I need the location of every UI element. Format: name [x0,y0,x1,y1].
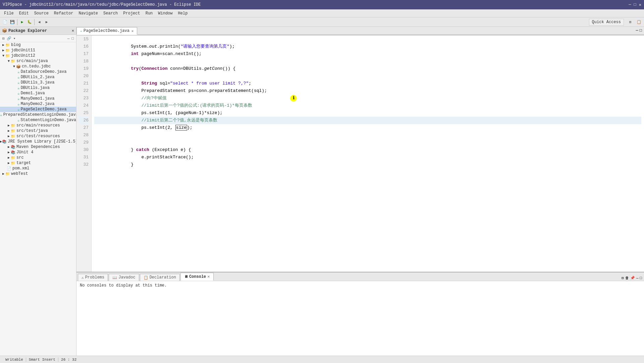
bottom-toolbar-right: ⊟ 🗑 📌 — □ [621,275,643,281]
menu-refactor[interactable]: Refactor [51,10,76,16]
tree-item-src[interactable]: ▶ 📁 src [0,155,76,160]
editor-tab-pageselectdemo[interactable]: ☕ PageSelectDemo.java ✕ [76,27,137,35]
toolbar-new[interactable]: 📄 [2,19,8,25]
collapse-all-btn[interactable]: ⊟ [1,36,6,41]
folder-icon-test: 📁 [11,129,15,133]
menu-bar: File Edit Source Refactor Navigate Searc… [0,9,644,17]
javadoc-icon: 📖 [112,275,117,280]
toolbar-perspective-2[interactable]: 📋 [636,19,642,25]
menu-navigate[interactable]: Navigate [76,10,101,16]
tree-item-src-main-java[interactable]: ▼ 📁 src/main/java [0,58,76,64]
tree-item-dbutils[interactable]: ☕ DBUtils.java [0,85,76,91]
minimize-btn[interactable]: ─ [629,2,631,7]
toolbar-sep-2 [34,19,35,25]
tab-problems[interactable]: ⚠ Problems [78,274,108,281]
toolbar-forward[interactable]: ▶ [43,19,50,25]
tree-item-demo1[interactable]: ☕ Demo1.java [0,91,76,96]
folder-icon-webtest: 📁 [5,172,10,176]
panel-menu-btn[interactable]: ▾ [12,36,17,41]
java-icon-manydemo2: ☕ [17,102,20,106]
menu-edit[interactable]: Edit [16,10,32,16]
tab-console[interactable]: 🖥 Console ✕ [180,273,214,281]
title-bar: VIPSpace - jdbcUnit12/src/main/java/cn/t… [0,0,644,9]
menu-project[interactable]: Project [120,10,143,16]
boxed-size: size [175,125,187,131]
line-num-28: 28 [79,132,89,139]
tree-item-datasource[interactable]: ☕ DataSourceDemo.java [0,69,76,74]
maximize-editor-btn[interactable]: □ [639,28,643,34]
maximize-btn[interactable]: □ [634,2,636,7]
tree-item-preparedstmt[interactable]: ☕ PreparedStatementLoginDemo.java [0,112,76,117]
line-num-32: 32 [79,161,89,168]
minimize-panel-btn[interactable]: — [66,36,71,41]
bottom-tabs: ⚠ Problems 📖 Javadoc 📋 Declaration 🖥 Con… [76,272,644,281]
toolbar-sep-1 [17,19,17,25]
folder-icon-jdbcunit11: 📁 [5,48,10,53]
console-copy-btn[interactable]: ⊟ [622,276,624,280]
tree-item-dbutils2[interactable]: ☕ DBUtils_2.java [0,74,76,80]
tree-item-pomxml[interactable]: 📄 pom.xml [0,166,76,171]
tab-javadoc[interactable]: 📖 Javadoc [109,274,139,281]
toolbar-run[interactable]: ▶ [19,19,25,25]
menu-source[interactable]: Source [32,10,51,16]
tree-item-src-main-resources[interactable]: ▶ 📁 src/main/resources [0,123,76,128]
console-minimize-btn[interactable]: — [636,276,639,280]
console-pin-btn[interactable]: 📌 [630,276,635,280]
tree-item-webtest[interactable]: ▶ 📁 webTest [0,171,76,176]
line-numbers: 15 16 17 18 19 20 21 22 23 24 25 26 27 2… [76,36,92,272]
close-btn[interactable]: ✕ [639,2,641,7]
package-explorer-close[interactable]: ✕ [72,28,74,33]
menu-window[interactable]: Window [155,10,175,16]
tree-label-stmtlogin: StatementLoginDemo.java [20,118,76,122]
toolbar-perspective-1[interactable]: ⊞ [627,19,634,25]
tree-item-pageselectdemo[interactable]: ☕ PageSelectDemo.java [0,107,76,112]
tree-item-maven[interactable]: ▶ 📚 Maven Dependencies [0,144,76,150]
editor-area: ☕ PageSelectDemo.java ✕ — □ 15 16 17 18 … [76,27,644,356]
status-position: 26 : 32 [58,358,79,362]
tree-label-src: src/main/java [16,59,48,63]
menu-run[interactable]: Run [143,10,156,16]
code-editor[interactable]: 15 16 17 18 19 20 21 22 23 24 25 26 27 2… [76,36,644,272]
line-num-25: 25 [79,109,89,117]
link-with-editor-btn[interactable]: 🔗 [6,36,12,41]
tree-item-jdbcunit11[interactable]: ▶ 📁 jdbcUnit11 [0,48,76,53]
tab-close-btn[interactable]: ✕ [131,29,134,33]
maximize-panel-btn[interactable]: □ [70,36,75,41]
tree-item-src-test-java[interactable]: ▶ 📁 src/test/java [0,128,76,134]
tab-javadoc-label: Javadoc [118,275,135,280]
tree-label-junit4: JUnit 4 [16,150,33,155]
tree-item-stmtlogin[interactable]: ☕ StatementLoginDemo.java [0,117,76,123]
tree-item-blog[interactable]: ▶ 📁 blog [0,42,76,48]
tree-item-src-test-resources[interactable]: ▶ 📁 src/test/resources [0,134,76,139]
code-content[interactable]: System.out.println("请输入您要查询第几页"); int pa… [92,36,644,272]
tree-item-junit4[interactable]: ▶ 📚 JUnit 4 [0,150,76,155]
tab-spacer [138,34,634,35]
quick-access-button[interactable]: Quick Access [589,19,624,25]
tree-item-manydemo1[interactable]: ☕ ManyDemo1.java [0,96,76,101]
toolbar-save[interactable]: 💾 [9,19,16,25]
tree-item-manydemo2[interactable]: ☕ ManyDemo2.java [0,101,76,107]
tree-item-target[interactable]: ▶ 📁 target [0,160,76,166]
tree-item-package[interactable]: ▼ 📦 cn.tedu.jdbc [0,64,76,69]
minimize-editor-btn[interactable]: — [635,28,639,34]
console-clear-btn[interactable]: 🗑 [625,276,629,280]
java-icon-pageselectdemo: ☕ [17,107,20,112]
menu-search[interactable]: Search [101,10,120,16]
tree-label-src2: src [16,155,24,160]
editor-toolbar-right: — □ [634,27,644,35]
tree-item-jre[interactable]: ▶ 📚 JRE System Library [J2SE-1.5] [0,139,76,144]
toolbar-debug[interactable]: 🐛 [26,19,33,25]
toolbar-back[interactable]: ◀ [36,19,43,25]
line-num-22: 22 [79,87,89,95]
console-maximize-btn[interactable]: □ [640,276,642,280]
tree-arrow-src: ▼ [7,59,11,63]
tree-item-dbutils3[interactable]: ☕ DBUtils_3.java [0,80,76,85]
menu-file[interactable]: File [1,10,16,16]
tab-declaration[interactable]: 📋 Declaration [140,274,180,281]
line-num-18: 18 [79,58,89,65]
tree-arrow-jdbcunit12: ▼ [1,54,5,58]
console-tab-close[interactable]: ✕ [207,274,210,279]
code-line-18: try(Connection conn=DBUtils.getConn()) { [94,58,641,65]
menu-help[interactable]: Help [175,10,191,16]
tree-item-jdbcunit12[interactable]: ▼ 📁 jdbcUnit12 [0,53,76,58]
